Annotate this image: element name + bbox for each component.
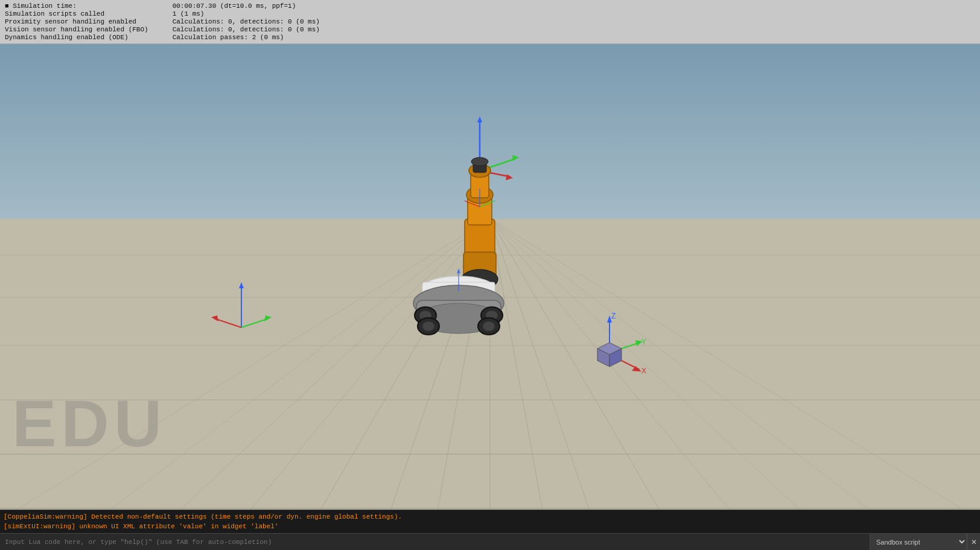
svg-rect-46 — [463, 252, 496, 279]
svg-marker-25 — [239, 282, 244, 288]
svg-line-44 — [465, 201, 480, 207]
svg-line-13 — [272, 219, 490, 510]
svg-marker-64 — [597, 349, 609, 367]
floor-grid: Z Y X — [0, 44, 980, 510]
svg-text:Y: Y — [641, 338, 646, 346]
svg-line-28 — [214, 318, 241, 327]
app: ■ Simulation time: Simulation scripts ca… — [0, 0, 980, 550]
svg-point-48 — [422, 276, 495, 300]
svg-point-54 — [419, 311, 431, 320]
svg-rect-36 — [465, 219, 495, 255]
svg-marker-65 — [609, 349, 622, 367]
edu-watermark: EDU — [12, 385, 167, 461]
svg-line-23 — [490, 219, 980, 510]
status-scripts-label: Simulation scripts called — [5, 10, 148, 17]
svg-point-58 — [422, 321, 434, 331]
svg-text:X: X — [641, 367, 646, 375]
status-bar: ■ Simulation time: Simulation scripts ca… — [0, 0, 980, 44]
console-messages: [CoppeliaSim:warning] Detected non-defau… — [0, 510, 980, 533]
script-selector[interactable]: Sandbox script — [870, 534, 967, 550]
svg-line-26 — [241, 318, 269, 327]
svg-marker-35 — [506, 174, 513, 180]
svg-marker-67 — [607, 315, 612, 323]
svg-line-12 — [181, 219, 490, 510]
status-vision-value: Calculations: 0, detections: 0 (0 ms) — [173, 26, 320, 33]
svg-point-57 — [418, 318, 439, 335]
svg-marker-29 — [211, 315, 218, 321]
status-scripts-value: 1 (1 ms) — [173, 10, 320, 17]
svg-point-50 — [413, 285, 504, 321]
svg-line-19 — [490, 219, 708, 510]
status-sim-time-value: 00:00:07.30 (dt=10.0 ms, ppf=1) — [173, 2, 320, 10]
svg-point-60 — [483, 321, 495, 331]
svg-rect-0 — [0, 44, 980, 510]
svg-line-20 — [490, 219, 799, 510]
svg-point-56 — [486, 311, 498, 320]
status-proximity-label: Proximity sensor handling enabled — [5, 18, 148, 25]
lua-input[interactable] — [0, 534, 870, 550]
svg-marker-31 — [477, 116, 482, 122]
svg-line-11 — [91, 219, 490, 510]
svg-point-55 — [481, 307, 503, 324]
status-col-labels: ■ Simulation time: Simulation scripts ca… — [5, 2, 148, 41]
svg-rect-49 — [422, 282, 495, 294]
svg-line-10 — [0, 219, 490, 510]
svg-marker-62 — [457, 268, 460, 273]
input-bar[interactable]: Sandbox script ✕ — [0, 533, 980, 550]
svg-line-21 — [490, 219, 889, 510]
axis-indicator: Z Y X — [597, 312, 646, 375]
svg-line-9 — [0, 219, 490, 510]
svg-marker-27 — [264, 315, 272, 321]
svg-marker-33 — [512, 155, 519, 161]
svg-rect-39 — [471, 171, 489, 198]
svg-point-40 — [469, 164, 491, 177]
svg-rect-37 — [468, 195, 492, 225]
status-sim-time-label: ■ Simulation time: — [5, 2, 148, 10]
viewport[interactable]: Z Y X EDU — [0, 44, 980, 510]
svg-line-18 — [490, 219, 618, 510]
svg-point-47 — [462, 270, 498, 289]
svg-marker-73 — [632, 366, 641, 371]
status-dynamics-label: Dynamics handling enabled (ODE) — [5, 34, 148, 41]
svg-line-32 — [480, 159, 516, 171]
console-area: [CoppeliaSim:warning] Detected non-defau… — [0, 510, 980, 550]
svg-marker-1 — [0, 219, 980, 510]
svg-line-45 — [480, 201, 495, 207]
svg-marker-63 — [597, 343, 622, 355]
svg-rect-41 — [473, 162, 486, 172]
svg-line-14 — [362, 219, 490, 510]
svg-line-72 — [622, 361, 640, 370]
svg-line-69 — [622, 343, 640, 349]
svg-point-38 — [466, 186, 493, 203]
svg-line-17 — [490, 219, 558, 510]
robot — [413, 116, 519, 335]
svg-point-59 — [478, 318, 500, 335]
svg-point-52 — [416, 303, 501, 333]
status-vision-label: Vision sensor handling enabled (FBO) — [5, 26, 148, 33]
svg-line-34 — [480, 171, 510, 177]
svg-rect-51 — [416, 300, 501, 321]
svg-text:Z: Z — [611, 312, 616, 320]
svg-point-53 — [415, 307, 436, 324]
svg-point-42 — [471, 157, 488, 166]
close-button[interactable]: ✕ — [967, 534, 980, 550]
console-line-1: [CoppeliaSim:warning] Detected non-defau… — [4, 512, 976, 522]
svg-marker-70 — [635, 340, 643, 346]
status-col-values: 00:00:07.30 (dt=10.0 ms, ppf=1) 1 (1 ms)… — [173, 2, 320, 41]
script-selector-container[interactable]: Sandbox script ✕ — [870, 534, 980, 550]
status-proximity-value: Calculations: 0, detections: 0 (0 ms) — [173, 18, 320, 25]
console-line-2: [simExtUI:warning] unknown UI XML attrib… — [4, 522, 976, 531]
left-axis-arrows — [211, 282, 272, 327]
floor-tiles — [0, 219, 980, 510]
svg-line-22 — [490, 219, 980, 510]
svg-line-15 — [422, 219, 490, 510]
status-dynamics-value: Calculation passes: 2 (0 ms) — [173, 34, 320, 41]
